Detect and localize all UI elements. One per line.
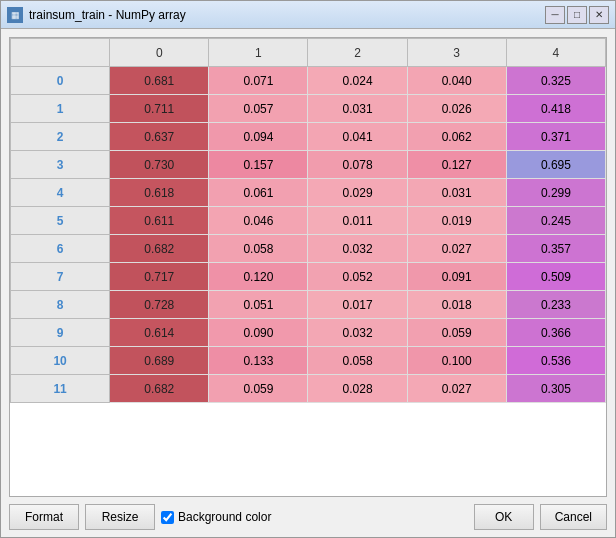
cell-r11-c4: 0.305 [506,375,605,403]
cell-r9-c0: 0.614 [110,319,209,347]
row-index: 6 [11,235,110,263]
cell-r8-c4: 0.233 [506,291,605,319]
cell-r1-c4: 0.418 [506,95,605,123]
main-window: ▦ trainsum_train - NumPy array ─ □ ✕ 0 1… [0,0,616,538]
header-col-1: 1 [209,39,308,67]
cell-r2-c0: 0.637 [110,123,209,151]
data-table: 0 1 2 3 4 00.6810.0710.0240.0400.32510.7… [10,38,606,403]
header-col-3: 3 [407,39,506,67]
format-button[interactable]: Format [9,504,79,530]
cell-r6-c0: 0.682 [110,235,209,263]
right-buttons: OK Cancel [474,504,607,530]
cell-r4-c3: 0.031 [407,179,506,207]
cell-r4-c0: 0.618 [110,179,209,207]
cell-r11-c0: 0.682 [110,375,209,403]
cell-r7-c0: 0.717 [110,263,209,291]
left-buttons: Format Resize Background color [9,504,271,530]
bg-color-checkbox-label[interactable]: Background color [161,510,271,524]
title-bar: ▦ trainsum_train - NumPy array ─ □ ✕ [1,1,615,29]
table-row[interactable]: 70.7170.1200.0520.0910.509 [11,263,606,291]
table-row[interactable]: 30.7300.1570.0780.1270.695 [11,151,606,179]
cell-r9-c2: 0.032 [308,319,407,347]
cell-r10-c4: 0.536 [506,347,605,375]
cell-r2-c3: 0.062 [407,123,506,151]
row-index: 3 [11,151,110,179]
window-icon: ▦ [7,7,23,23]
minimize-button[interactable]: ─ [545,6,565,24]
cell-r6-c4: 0.357 [506,235,605,263]
table-header-row: 0 1 2 3 4 [11,39,606,67]
row-index: 4 [11,179,110,207]
row-index: 2 [11,123,110,151]
cell-r3-c0: 0.730 [110,151,209,179]
table-row[interactable]: 10.7110.0570.0310.0260.418 [11,95,606,123]
bottom-bar: Format Resize Background color OK Cancel [1,497,615,537]
cell-r6-c1: 0.058 [209,235,308,263]
data-table-container[interactable]: 0 1 2 3 4 00.6810.0710.0240.0400.32510.7… [9,37,607,497]
cell-r10-c3: 0.100 [407,347,506,375]
cell-r0-c2: 0.024 [308,67,407,95]
cell-r11-c2: 0.028 [308,375,407,403]
cell-r8-c3: 0.018 [407,291,506,319]
cell-r7-c3: 0.091 [407,263,506,291]
cell-r5-c3: 0.019 [407,207,506,235]
cell-r11-c1: 0.059 [209,375,308,403]
cell-r7-c4: 0.509 [506,263,605,291]
row-index: 5 [11,207,110,235]
row-index: 1 [11,95,110,123]
window-title: trainsum_train - NumPy array [29,8,545,22]
cell-r3-c1: 0.157 [209,151,308,179]
close-button[interactable]: ✕ [589,6,609,24]
cell-r4-c2: 0.029 [308,179,407,207]
window-controls: ─ □ ✕ [545,6,609,24]
cell-r1-c0: 0.711 [110,95,209,123]
table-row[interactable]: 00.6810.0710.0240.0400.325 [11,67,606,95]
row-index: 10 [11,347,110,375]
cell-r1-c3: 0.026 [407,95,506,123]
cell-r3-c2: 0.078 [308,151,407,179]
cell-r5-c4: 0.245 [506,207,605,235]
cell-r5-c0: 0.611 [110,207,209,235]
cell-r2-c2: 0.041 [308,123,407,151]
table-row[interactable]: 110.6820.0590.0280.0270.305 [11,375,606,403]
row-index: 7 [11,263,110,291]
table-row[interactable]: 40.6180.0610.0290.0310.299 [11,179,606,207]
cell-r0-c3: 0.040 [407,67,506,95]
ok-button[interactable]: OK [474,504,534,530]
row-index: 8 [11,291,110,319]
table-row[interactable]: 90.6140.0900.0320.0590.366 [11,319,606,347]
header-col-4: 4 [506,39,605,67]
cell-r4-c1: 0.061 [209,179,308,207]
cell-r1-c2: 0.031 [308,95,407,123]
table-row[interactable]: 80.7280.0510.0170.0180.233 [11,291,606,319]
cell-r4-c4: 0.299 [506,179,605,207]
resize-button[interactable]: Resize [85,504,155,530]
cell-r2-c4: 0.371 [506,123,605,151]
table-row[interactable]: 100.6890.1330.0580.1000.536 [11,347,606,375]
cell-r5-c2: 0.011 [308,207,407,235]
bg-color-checkbox[interactable] [161,511,174,524]
cell-r0-c0: 0.681 [110,67,209,95]
bg-color-label: Background color [178,510,271,524]
table-row[interactable]: 50.6110.0460.0110.0190.245 [11,207,606,235]
table-row[interactable]: 20.6370.0940.0410.0620.371 [11,123,606,151]
cell-r0-c1: 0.071 [209,67,308,95]
cell-r11-c3: 0.027 [407,375,506,403]
maximize-button[interactable]: □ [567,6,587,24]
table-row[interactable]: 60.6820.0580.0320.0270.357 [11,235,606,263]
cell-r9-c3: 0.059 [407,319,506,347]
row-index: 11 [11,375,110,403]
cell-r10-c1: 0.133 [209,347,308,375]
content-area: 0 1 2 3 4 00.6810.0710.0240.0400.32510.7… [1,29,615,497]
cell-r2-c1: 0.094 [209,123,308,151]
cancel-button[interactable]: Cancel [540,504,607,530]
cell-r9-c4: 0.366 [506,319,605,347]
row-index: 9 [11,319,110,347]
cell-r6-c2: 0.032 [308,235,407,263]
cell-r3-c3: 0.127 [407,151,506,179]
cell-r10-c2: 0.058 [308,347,407,375]
cell-r3-c4: 0.695 [506,151,605,179]
cell-r5-c1: 0.046 [209,207,308,235]
cell-r6-c3: 0.027 [407,235,506,263]
cell-r8-c0: 0.728 [110,291,209,319]
